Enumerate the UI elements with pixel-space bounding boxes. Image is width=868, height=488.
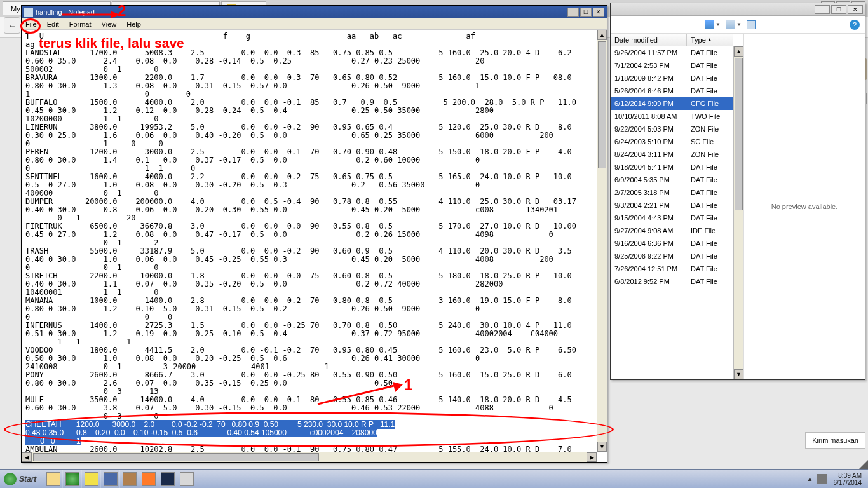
- cell-date: 9/3/2004 2:21 PM: [611, 201, 687, 209]
- cell-date: 7/26/2004 12:51 PM: [611, 265, 687, 273]
- notepad-text-area[interactable]: T U f g aa ab ac af ag LANDSTAL 1700.0 5…: [22, 30, 597, 452]
- taskbar-gta[interactable]: [120, 470, 139, 488]
- explorer-scrollbar[interactable]: ▲ ▼: [733, 46, 743, 379]
- cell-date: 9/25/2006 9:22 PM: [611, 252, 687, 260]
- back-button[interactable]: ←: [4, 17, 20, 34]
- file-row[interactable]: 9/27/2004 9:08 AMIDE File: [611, 224, 733, 237]
- file-row[interactable]: 9/3/2004 2:21 PMDAT File: [611, 199, 733, 212]
- help-button[interactable]: ?: [850, 20, 860, 30]
- explorer-body: Date modified Type▲ 9/26/2004 11:57 PMDA…: [611, 34, 865, 379]
- taskbar-firefox[interactable]: [139, 470, 158, 488]
- explorer-column-headers[interactable]: Date modified Type▲: [611, 34, 733, 46]
- cell-date: 10/10/2011 8:08 AM: [611, 112, 687, 120]
- taskbar: Start ▲ 8:39 AM 6/17/2014: [0, 469, 868, 488]
- scroll-down-button[interactable]: ▼: [597, 442, 607, 452]
- scroll-right-button[interactable]: ▶: [587, 452, 597, 462]
- file-row[interactable]: 8/24/2004 3:11 PMZON File: [611, 148, 733, 161]
- column-date-modified[interactable]: Date modified: [611, 34, 687, 46]
- preview-pane-button[interactable]: [747, 20, 756, 29]
- menu-format[interactable]: Format: [68, 20, 93, 29]
- scroll-up-button[interactable]: ▲: [734, 46, 743, 57]
- file-row[interactable]: 9/25/2006 9:22 PMDAT File: [611, 250, 733, 262]
- file-row[interactable]: 6/8/2012 9:52 PMDAT File: [611, 275, 733, 288]
- notepad-min-button[interactable]: _: [567, 8, 579, 17]
- taskbar-home[interactable]: [63, 470, 82, 488]
- cell-date: 9/27/2004 9:08 AM: [611, 227, 687, 234]
- menu-help[interactable]: Help: [125, 20, 142, 29]
- explorer-rows: 9/26/2004 11:57 PMDAT File7/1/2004 2:53 …: [611, 46, 733, 288]
- file-row[interactable]: 5/26/2004 6:46 PMDAT File: [611, 85, 733, 97]
- notepad-body: T U f g aa ab ac af ag LANDSTAL 1700.0 5…: [22, 30, 607, 462]
- taskbar-folder[interactable]: [44, 470, 63, 488]
- menu-file[interactable]: File: [24, 20, 38, 29]
- grid-icon: [705, 20, 714, 29]
- driver-icon: [104, 472, 118, 486]
- explorer-file-list: Date modified Type▲ 9/26/2004 11:57 PMDA…: [611, 34, 744, 379]
- taskbar-note[interactable]: [82, 470, 101, 488]
- scroll-thumb[interactable]: [735, 58, 743, 210]
- column-type[interactable]: Type▲: [687, 34, 733, 46]
- file-row[interactable]: 6/12/2014 9:09 PMCFG File: [611, 97, 733, 110]
- menu-view[interactable]: View: [100, 20, 118, 29]
- cell-type: ZON File: [687, 151, 733, 158]
- preview-pane: No preview available.: [744, 34, 865, 379]
- start-button[interactable]: Start: [0, 470, 44, 488]
- scroll-thumb[interactable]: [598, 41, 606, 168]
- tray-clock[interactable]: 8:39 AM 6/17/2014: [831, 472, 865, 486]
- file-row[interactable]: 6/9/2004 5:35 PMDAT File: [611, 173, 733, 186]
- scroll-left-button[interactable]: ◀: [22, 452, 32, 462]
- explorer-max-button[interactable]: ☐: [831, 5, 846, 14]
- note-icon: [85, 472, 98, 486]
- scroll-thumb[interactable]: [33, 453, 319, 461]
- file-row[interactable]: 9/22/2004 5:03 PMZON File: [611, 123, 733, 135]
- explorer-min-button[interactable]: —: [815, 5, 830, 14]
- file-row[interactable]: 9/16/2004 6:36 PMDAT File: [611, 237, 733, 250]
- dropdown-icon: ▼: [715, 22, 721, 27]
- cell-date: 2/7/2005 3:18 PM: [611, 189, 687, 196]
- notepad-close-button[interactable]: ✕: [593, 8, 604, 17]
- file-row[interactable]: 9/18/2004 5:41 PMDAT File: [611, 161, 733, 173]
- cell-date: 1/18/2009 8:42 PM: [611, 74, 687, 82]
- tray-date: 6/17/2014: [834, 479, 862, 486]
- home-icon: [65, 472, 79, 486]
- file-row[interactable]: 7/1/2004 2:53 PMDAT File: [611, 59, 733, 72]
- scroll-up-button[interactable]: ▲: [597, 30, 607, 40]
- notepad-title: handling - Notepad: [36, 8, 95, 16]
- preview-text: No preview available.: [771, 203, 838, 210]
- cell-type: DAT File: [687, 74, 733, 82]
- cell-date: 5/26/2004 6:46 PM: [611, 87, 687, 95]
- cell-type: IDE File: [687, 227, 733, 234]
- menu-edit[interactable]: Edit: [46, 20, 60, 29]
- notepad-hscrollbar[interactable]: ◀ ▶: [22, 452, 597, 462]
- taskbar-generic[interactable]: [177, 470, 196, 488]
- taskbar-driver[interactable]: [101, 470, 120, 488]
- file-row[interactable]: 1/18/2009 8:42 PMDAT File: [611, 72, 733, 85]
- notepad-vscrollbar[interactable]: ▲ ▼: [597, 30, 607, 452]
- file-row[interactable]: 9/26/2004 11:57 PMDAT File: [611, 46, 733, 59]
- tray-icon[interactable]: [817, 474, 827, 484]
- cell-date: 9/15/2004 4:43 PM: [611, 214, 687, 222]
- cell-type: DAT File: [687, 240, 733, 247]
- tray-expand-button[interactable]: ▲: [807, 475, 813, 482]
- file-row[interactable]: 2/7/2005 3:18 PMDAT File: [611, 186, 733, 199]
- file-row[interactable]: 7/26/2004 12:51 PMDAT File: [611, 262, 733, 275]
- file-row[interactable]: 9/15/2004 4:43 PMDAT File: [611, 212, 733, 224]
- scroll-down-button[interactable]: ▼: [734, 369, 743, 379]
- explorer-close-button[interactable]: ✕: [848, 5, 863, 14]
- start-label: Start: [19, 475, 36, 484]
- file-row[interactable]: 6/24/2003 5:10 PMSC File: [611, 135, 733, 148]
- feedback-box[interactable]: Kirim masukan: [805, 432, 865, 449]
- explorer-window: — ☐ ✕ ▼ ▼ ? Date modified Type▲ 9/26/200…: [610, 3, 865, 380]
- file-row[interactable]: 10/10/2011 8:08 AMTWO File: [611, 110, 733, 123]
- view-large-icons-button[interactable]: ▼: [705, 20, 721, 29]
- cell-date: 9/26/2004 11:57 PM: [611, 49, 687, 57]
- cell-type: ZON File: [687, 125, 733, 133]
- view-details-button[interactable]: ▼: [726, 20, 742, 29]
- notepad-max-button[interactable]: ☐: [580, 8, 592, 17]
- notepad-title-bar[interactable]: handling - Notepad _ ☐ ✕: [22, 6, 607, 18]
- preview-icon: [747, 20, 756, 29]
- cell-date: 9/22/2004 5:03 PM: [611, 125, 687, 133]
- taskbar-ps[interactable]: [158, 470, 177, 488]
- cell-type: DAT File: [687, 189, 733, 196]
- cell-date: 6/12/2014 9:09 PM: [611, 100, 687, 107]
